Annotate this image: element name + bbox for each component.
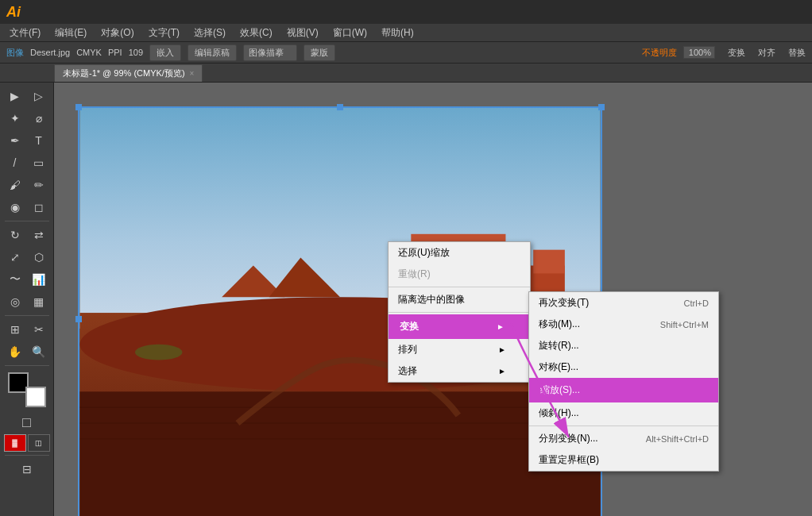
sub-shear[interactable]: 倾斜(H)... bbox=[529, 402, 718, 424]
scale-tool[interactable]: ⤢ bbox=[4, 247, 26, 268]
sub-reset-bbox[interactable]: 重置定界框(B) bbox=[529, 449, 718, 471]
type-tool[interactable]: T bbox=[28, 130, 50, 151]
svg-rect-9 bbox=[79, 391, 600, 516]
rotate-tool[interactable]: ↻ bbox=[4, 225, 26, 245]
mask-button[interactable]: 蒙版 bbox=[304, 44, 335, 61]
menu-help[interactable]: 帮助(H) bbox=[375, 25, 420, 41]
paintbrush-tool[interactable]: 🖌 bbox=[4, 175, 26, 195]
tab-label: 未标题-1* @ 99% (CMYK/预览) bbox=[63, 67, 185, 79]
tab-close-button[interactable]: × bbox=[190, 69, 195, 78]
sub-reset-bbox-label: 重置定界框(B) bbox=[539, 453, 599, 467]
column-graph-tool[interactable]: ▦ bbox=[28, 291, 50, 312]
image-trace-dropdown[interactable]: 图像描摹 bbox=[243, 44, 297, 61]
ctx-isolate[interactable]: 隔离选中的图像 bbox=[389, 289, 530, 310]
menu-effect[interactable]: 效果(C) bbox=[234, 25, 279, 41]
select-tool[interactable]: ▶ bbox=[4, 86, 26, 106]
ctx-select-label: 选择 bbox=[398, 364, 417, 378]
toolbar-separator-2 bbox=[5, 315, 49, 316]
sub-reflect[interactable]: 对称(E)... bbox=[529, 356, 718, 378]
direct-select-tool[interactable]: ▷ bbox=[28, 86, 50, 106]
zoom-tool[interactable]: 🔍 bbox=[28, 341, 50, 362]
sub-sep-1 bbox=[529, 426, 718, 426]
menu-window[interactable]: 窗口(W) bbox=[327, 25, 373, 41]
ai-logo: Ai bbox=[6, 4, 21, 21]
context-menu: 还原(U)缩放 重做(R) 隔离选中的图像 变换 ► 排列 ► 选择 ► bbox=[388, 241, 531, 383]
menu-type[interactable]: 文字(T) bbox=[142, 25, 186, 41]
sub-transform-again-shortcut: Ctrl+D bbox=[684, 298, 709, 308]
ctx-arrange-label: 排列 bbox=[398, 343, 417, 356]
toolbar-separator-3 bbox=[5, 365, 49, 366]
canvas-area: 还原(U)缩放 重做(R) 隔离选中的图像 变换 ► 排列 ► 选择 ► 再次变… bbox=[54, 83, 812, 516]
rect-tool[interactable]: ▭ bbox=[28, 152, 50, 173]
ctx-transform[interactable]: 变换 ► bbox=[389, 314, 530, 339]
menu-view[interactable]: 视图(V) bbox=[280, 25, 325, 41]
svg-point-13 bbox=[135, 345, 183, 360]
shear-tool[interactable]: ⬡ bbox=[28, 247, 50, 268]
ctx-transform-label: 变换 bbox=[400, 320, 419, 333]
left-toolbar: ▶ ▷ ✦ ⌀ ✒ T / ▭ 🖌 ✏ ◉ ◻ ↻ ⇄ ⤢ ⬡ bbox=[0, 83, 54, 516]
ctx-arrange[interactable]: 排列 ► bbox=[389, 339, 530, 360]
main-layout: ▶ ▷ ✦ ⌀ ✒ T / ▭ 🖌 ✏ ◉ ◻ ↻ ⇄ ⤢ ⬡ bbox=[0, 83, 812, 516]
ctx-select-arrow: ► bbox=[498, 367, 506, 375]
ppi-value: 109 bbox=[129, 48, 143, 57]
sub-transform-each[interactable]: 分别变换(N)... Alt+Shift+Ctrl+D bbox=[529, 428, 718, 449]
mask-mode-btn[interactable]: ▓ bbox=[4, 434, 26, 452]
artboard-tool[interactable]: ⊞ bbox=[4, 319, 26, 340]
sub-transform-each-shortcut: Alt+Shift+Ctrl+D bbox=[646, 434, 709, 444]
sub-scale-label: 缩放(S)... bbox=[540, 383, 580, 397]
normal-mode[interactable]: □ bbox=[16, 412, 38, 433]
screen-mode-btn[interactable]: ⊟ bbox=[5, 459, 49, 479]
sub-transform-again[interactable]: 再次变换(T) Ctrl+D bbox=[529, 292, 718, 314]
sub-scale[interactable]: 缩放(S)... bbox=[529, 378, 718, 402]
sub-transform-again-label: 再次变换(T) bbox=[539, 296, 589, 310]
line-tool[interactable]: / bbox=[4, 152, 26, 173]
symbol-sprayer-tool[interactable]: ◎ bbox=[4, 291, 26, 312]
document-tab[interactable]: 未标题-1* @ 99% (CMYK/预览) × bbox=[54, 64, 203, 82]
ctx-sep-1 bbox=[389, 287, 530, 287]
sub-move-shortcut: Shift+Ctrl+M bbox=[660, 320, 709, 329]
magic-wand-tool[interactable]: ✦ bbox=[4, 108, 26, 129]
toolbar-separator-1 bbox=[5, 221, 49, 221]
sub-rotate[interactable]: 旋转(R)... bbox=[529, 335, 718, 356]
ppi-label: PPI bbox=[108, 48, 122, 57]
colormode-label: CMYK bbox=[76, 48, 102, 57]
draw-mode-btn[interactable]: ◫ bbox=[28, 434, 50, 452]
sub-reflect-label: 对称(E)... bbox=[539, 360, 578, 374]
menu-object[interactable]: 对象(O) bbox=[95, 25, 140, 41]
hand-tool[interactable]: ✋ bbox=[4, 341, 26, 362]
menu-bar: 文件(F) 编辑(E) 对象(O) 文字(T) 选择(S) 效果(C) 视图(V… bbox=[0, 24, 812, 41]
ctx-transform-arrow: ► bbox=[497, 322, 505, 331]
menu-select[interactable]: 选择(S) bbox=[188, 25, 232, 41]
graph-tool[interactable]: 📊 bbox=[28, 269, 50, 290]
ctx-undo[interactable]: 还原(U)缩放 bbox=[389, 242, 530, 264]
sub-shear-label: 倾斜(H)... bbox=[539, 406, 579, 420]
stroke-color-swatch[interactable] bbox=[25, 387, 46, 407]
title-bar: Ai bbox=[0, 0, 812, 24]
menu-file[interactable]: 文件(F) bbox=[3, 25, 47, 41]
menu-edit[interactable]: 编辑(E) bbox=[48, 25, 93, 41]
reflect-tool[interactable]: ⇄ bbox=[28, 225, 50, 245]
embed-button[interactable]: 嵌入 bbox=[149, 44, 181, 61]
pen-tool[interactable]: ✒ bbox=[4, 130, 26, 151]
align-toolbar-label: 对齐 bbox=[758, 47, 775, 59]
edit-original-button[interactable]: 编辑原稿 bbox=[188, 44, 237, 61]
ctx-sep-2 bbox=[389, 312, 530, 313]
sub-move[interactable]: 移动(M)... Shift+Ctrl+M bbox=[529, 314, 718, 335]
opacity-label: 不透明度 bbox=[642, 47, 677, 59]
ctx-arrange-arrow: ► bbox=[498, 345, 506, 354]
info-bar: 图像 Desert.jpg CMYK PPI 109 嵌入 编辑原稿 图像描摹 … bbox=[0, 41, 812, 64]
opacity-input[interactable]: 100% bbox=[683, 46, 715, 59]
blob-brush-tool[interactable]: ◉ bbox=[4, 197, 26, 218]
image-label: 图像 bbox=[6, 47, 24, 59]
eraser-tool[interactable]: ◻ bbox=[28, 197, 50, 218]
warp-tool[interactable]: 〜 bbox=[4, 269, 26, 290]
svg-rect-7 bbox=[533, 250, 565, 274]
sub-rotate-label: 旋转(R)... bbox=[539, 339, 579, 352]
context-submenu-transform: 再次变换(T) Ctrl+D 移动(M)... Shift+Ctrl+M 旋转(… bbox=[528, 291, 719, 472]
ctx-select[interactable]: 选择 ► bbox=[389, 360, 530, 382]
slice-tool[interactable]: ✂ bbox=[28, 319, 50, 340]
lasso-tool[interactable]: ⌀ bbox=[28, 108, 50, 129]
pencil-tool[interactable]: ✏ bbox=[28, 175, 50, 195]
tab-bar: 未标题-1* @ 99% (CMYK/预览) × bbox=[0, 64, 812, 83]
sub-move-label: 移动(M)... bbox=[539, 318, 580, 331]
